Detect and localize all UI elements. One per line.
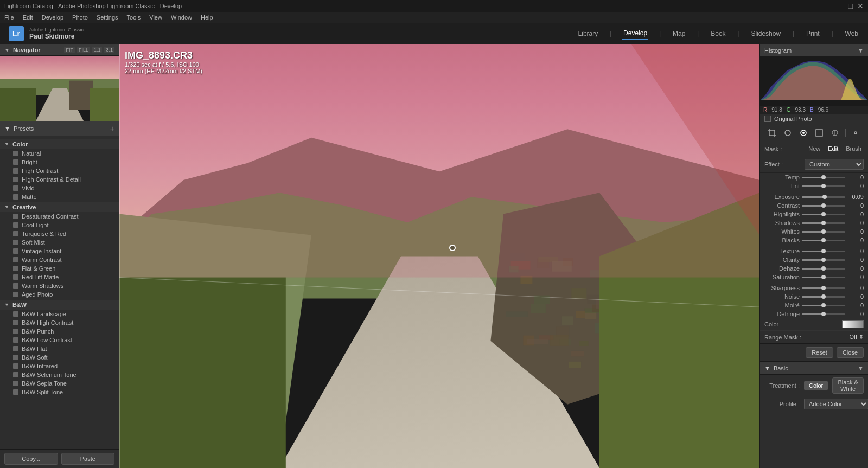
texture-slider[interactable] (802, 251, 845, 252)
brush-tool-icon[interactable] (829, 127, 840, 138)
list-item[interactable]: High Contrast & Detail (0, 175, 119, 184)
sharpness-slider[interactable] (802, 287, 845, 289)
preset-group-bw-header[interactable]: ▼ B&W (0, 300, 119, 310)
whites-slider[interactable] (802, 231, 845, 233)
moire-slider[interactable] (802, 305, 845, 306)
blacks-slider[interactable] (802, 240, 845, 241)
list-item[interactable]: High Contrast (0, 166, 119, 175)
maximize-button[interactable]: □ (848, 2, 853, 10)
histogram-options-icon[interactable]: ▼ (858, 47, 864, 54)
list-item[interactable]: Warm Contrast (0, 255, 119, 264)
list-item[interactable]: Desaturated Contrast (0, 212, 119, 221)
list-item[interactable]: Cool Light (0, 221, 119, 229)
list-item[interactable]: B&W Infrared (0, 362, 119, 370)
saturation-slider[interactable] (802, 277, 845, 278)
list-item[interactable]: Matte (0, 193, 119, 201)
presets-header[interactable]: ▼ Presets + (0, 121, 119, 136)
list-item[interactable]: Warm Shadows (0, 281, 119, 290)
crop-tool-icon[interactable] (767, 127, 777, 138)
list-item[interactable]: Aged Photo (0, 290, 119, 299)
profile-dropdown[interactable]: Adobe Color Adobe Landscape Adobe Portra… (804, 399, 868, 409)
list-item[interactable]: B&W Flat (0, 344, 119, 353)
highlights-slider[interactable] (802, 214, 845, 215)
list-item[interactable]: B&W Punch (0, 327, 119, 336)
list-item[interactable]: B&W Low Contrast (0, 336, 119, 344)
contrast-slider[interactable] (802, 205, 845, 207)
list-item[interactable]: Bright (0, 158, 119, 166)
presets-add-button[interactable]: + (110, 124, 114, 133)
eyedropper-tool-icon[interactable] (782, 127, 793, 138)
range-mask-dropdown[interactable]: Off ⇕ (849, 334, 864, 341)
nav-web[interactable]: Web (844, 28, 859, 40)
whites-value[interactable]: 0 (847, 228, 864, 235)
contrast-value[interactable]: 0 (847, 202, 864, 209)
mask-new-button[interactable]: New (806, 144, 822, 153)
exposure-slider[interactable] (802, 196, 845, 198)
menu-settings[interactable]: Settings (97, 14, 118, 21)
histogram-header[interactable]: Histogram ▼ (760, 44, 868, 57)
menu-photo[interactable]: Photo (72, 14, 88, 21)
list-item[interactable]: Red Lift Matte (0, 273, 119, 281)
blacks-value[interactable]: 0 (847, 237, 864, 243)
tint-value[interactable]: 0 (847, 183, 864, 189)
menu-help[interactable]: Help (201, 14, 213, 21)
list-item[interactable]: Turquoise & Red (0, 229, 119, 238)
clarity-value[interactable]: 0 (847, 257, 864, 263)
defringe-slider[interactable] (802, 313, 845, 315)
minimize-button[interactable]: — (837, 2, 844, 10)
basic-section-header[interactable]: ▼ Basic ▼ (760, 362, 868, 375)
nav-slideshow[interactable]: Slideshow (750, 28, 782, 40)
nav-develop[interactable]: Develop (622, 27, 648, 40)
basic-options-icon[interactable]: ▼ (858, 365, 864, 371)
effect-dropdown[interactable]: Custom Burn (Darken) Dodge (Lighten) (805, 159, 864, 170)
defringe-value[interactable]: 0 (847, 311, 864, 317)
menu-window[interactable]: Window (171, 14, 192, 21)
color-swatch[interactable] (842, 320, 864, 328)
nav-book[interactable]: Book (710, 28, 726, 40)
list-item[interactable]: Soft Mist (0, 238, 119, 247)
highlights-value[interactable]: 0 (847, 211, 864, 217)
list-item[interactable]: B&W Split Tone (0, 388, 119, 396)
dehaze-value[interactable]: 0 (847, 265, 864, 272)
dehaze-slider[interactable] (802, 268, 845, 270)
temp-slider[interactable] (802, 177, 845, 178)
moire-value[interactable]: 0 (847, 302, 864, 309)
temp-value[interactable]: 0 (847, 174, 864, 181)
settings-tool-icon[interactable] (850, 127, 861, 138)
treatment-color-button[interactable]: Color (804, 381, 828, 390)
list-item[interactable]: B&W Selenium Tone (0, 370, 119, 379)
original-photo-checkbox[interactable] (764, 116, 771, 122)
preset-group-color-header[interactable]: ▼ Color (0, 139, 119, 149)
reset-local-button[interactable]: Reset (806, 347, 833, 358)
nav-3to1-button[interactable]: 3:1 (104, 47, 114, 53)
texture-value[interactable]: 0 (847, 248, 864, 254)
list-item[interactable]: Flat & Green (0, 264, 119, 273)
nav-print[interactable]: Print (805, 28, 821, 40)
presets-collapse-icon[interactable]: ▼ (4, 125, 10, 132)
list-item[interactable]: B&W Soft (0, 353, 119, 362)
mask-edit-button[interactable]: Edit (826, 144, 840, 153)
shadows-slider[interactable] (802, 222, 845, 224)
menu-file[interactable]: File (4, 14, 14, 21)
nav-map[interactable]: Map (672, 28, 686, 40)
clarity-slider[interactable] (802, 259, 845, 261)
nav-fill-button[interactable]: FILL (77, 47, 90, 53)
photo-area[interactable]: IMG_8893.CR3 1/320 sec at f / 5.6, ISO 1… (119, 44, 760, 468)
shadows-value[interactable]: 0 (847, 220, 864, 226)
close-local-button[interactable]: Close (837, 347, 864, 358)
nav-library[interactable]: Library (577, 28, 599, 40)
nav-1to1-button[interactable]: 1:1 (92, 47, 103, 53)
list-item[interactable]: B&W High Contrast (0, 318, 119, 327)
sharpness-value[interactable]: 0 (847, 285, 864, 291)
copy-button[interactable]: Copy... (4, 453, 58, 465)
menu-tools[interactable]: Tools (127, 14, 141, 21)
list-item[interactable]: Vivid (0, 184, 119, 193)
list-item[interactable]: B&W Landscape (0, 310, 119, 318)
mask-brush-button[interactable]: Brush (844, 144, 864, 153)
preset-group-creative-header[interactable]: ▼ Creative (0, 202, 119, 212)
nav-fit-button[interactable]: FIT (64, 47, 75, 53)
list-item[interactable]: B&W Sepia Tone (0, 379, 119, 388)
noise-value[interactable]: 0 (847, 293, 864, 300)
navigator-collapse-icon[interactable]: ▼ (4, 47, 10, 53)
tint-slider[interactable] (802, 185, 845, 187)
